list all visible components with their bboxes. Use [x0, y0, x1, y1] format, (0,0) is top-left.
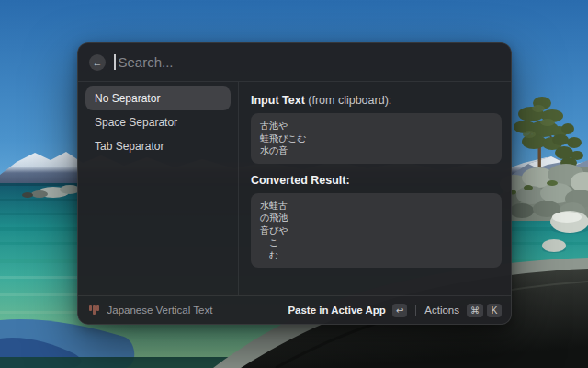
search-input[interactable]: Search...: [119, 54, 174, 70]
list-item-label: Tab Separator: [95, 140, 164, 153]
detail-panel: Input Text (from clipboard): 古池や 蛙飛びこむ 水…: [239, 82, 511, 295]
converted-result-block: 水蛙古 の飛池 音びや こ む: [251, 193, 502, 269]
raycast-window: ← Search... No Separator Space Separator…: [77, 42, 512, 325]
list-item-label: Space Separator: [95, 116, 177, 129]
back-button[interactable]: ←: [89, 54, 106, 71]
return-key-badge: ↩: [392, 304, 407, 317]
input-text-title: Input Text: [251, 94, 305, 107]
input-text-heading: Input Text (from clipboard):: [251, 94, 502, 107]
actions-button[interactable]: Actions: [424, 305, 459, 316]
text-cursor: [114, 54, 116, 70]
extension-name: Japanese Vertical Text: [107, 305, 213, 316]
converted-result-title: Converted Result:: [251, 174, 350, 187]
vertical-text-icon: [89, 305, 99, 315]
input-text-block: 古池や 蛙飛びこむ 水の音: [251, 113, 502, 164]
k-key-badge: K: [487, 304, 502, 317]
paste-in-active-app-action[interactable]: Paste in Active App: [288, 305, 386, 316]
footer-divider: [415, 305, 416, 316]
list-item-space-separator[interactable]: Space Separator: [85, 110, 231, 134]
list-item-label: No Separator: [95, 92, 160, 105]
window-content: No Separator Space Separator Tab Separat…: [78, 82, 511, 295]
list-item-no-separator[interactable]: No Separator: [85, 86, 231, 110]
search-bar: ← Search...: [78, 43, 511, 82]
back-arrow-icon: ←: [93, 54, 103, 71]
converted-result-heading: Converted Result:: [251, 174, 502, 187]
list-item-tab-separator[interactable]: Tab Separator: [85, 134, 231, 158]
action-bar: Japanese Vertical Text Paste in Active A…: [78, 295, 511, 324]
input-text-subtitle: (from clipboard):: [305, 94, 391, 107]
command-key-badge: ⌘: [467, 304, 483, 317]
separator-list: No Separator Space Separator Tab Separat…: [78, 82, 239, 295]
